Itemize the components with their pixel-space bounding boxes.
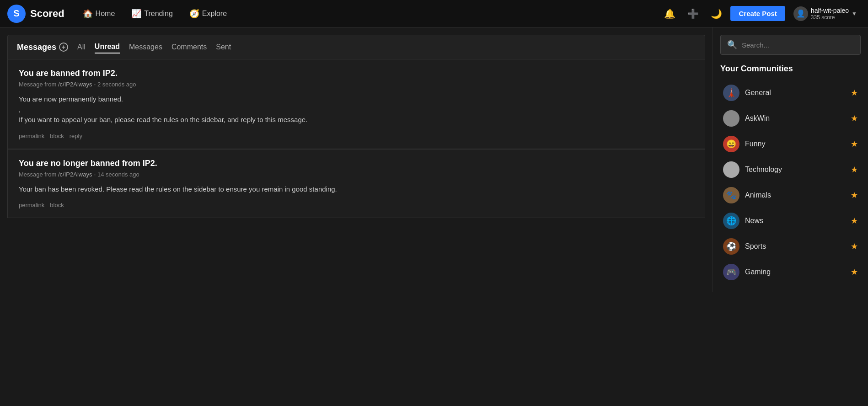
nav-home[interactable]: 🏠 Home	[75, 5, 123, 22]
communities-title: Your Communities	[720, 64, 861, 74]
main-nav: 🏠 Home 📈 Trending 🧭 Explore	[75, 5, 235, 22]
community-name-animals: Animals	[745, 191, 845, 199]
message-time: 2 seconds ago	[97, 81, 136, 88]
nav-trending-label: Trending	[144, 10, 173, 18]
search-input[interactable]	[742, 41, 854, 49]
tab-messages[interactable]: Messages	[129, 41, 162, 53]
message-from-link[interactable]: /c/IP2Always	[58, 171, 92, 178]
community-avatar-technology	[723, 161, 739, 178]
logo-link[interactable]: S Scored	[7, 5, 64, 23]
message-card: You are banned from IP2. Message from /c…	[7, 59, 705, 149]
nav-trending[interactable]: 📈 Trending	[124, 5, 180, 22]
messages-title: Messages +	[17, 43, 68, 52]
message-card: You are no longer banned from IP2. Messa…	[7, 149, 705, 219]
community-name-news: News	[745, 217, 845, 225]
messages-header: Messages + All Unread Messages Comments …	[7, 35, 705, 59]
block-link[interactable]: block	[50, 133, 64, 139]
permalink-link[interactable]: permalink	[19, 133, 44, 139]
block-link[interactable]: block	[50, 202, 64, 208]
create-post-button[interactable]: Create Post	[730, 6, 785, 21]
logo-icon: S	[7, 5, 26, 23]
community-item-animals[interactable]: 🐾 Animals ★	[720, 182, 861, 208]
community-item-general[interactable]: 🗼 General ★	[720, 80, 861, 106]
tab-unread[interactable]: Unread	[95, 41, 120, 53]
star-icon-general[interactable]: ★	[851, 88, 858, 98]
community-name-technology: Technology	[745, 166, 845, 174]
community-item-askwin[interactable]: AskWin ★	[720, 106, 861, 131]
community-avatar-news: 🌐	[723, 213, 739, 229]
message-actions: permalink block reply	[19, 133, 694, 139]
community-item-funny[interactable]: 😄 Funny ★	[720, 131, 861, 157]
message-meta: Message from /c/IP2Always - 2 seconds ag…	[19, 81, 694, 88]
message-time: 14 seconds ago	[97, 171, 139, 178]
community-item-technology[interactable]: Technology ★	[720, 157, 861, 182]
community-avatar-funny: 😄	[723, 136, 739, 152]
username: half-wit-paleo	[811, 7, 849, 14]
communities-list: 🗼 General ★ AskWin ★ 😄 Funny ★ Technolog…	[720, 80, 861, 285]
message-from-link[interactable]: /c/IP2Always	[58, 81, 92, 88]
dark-mode-button[interactable]: 🌙	[707, 5, 726, 23]
messages-area: Messages + All Unread Messages Comments …	[0, 27, 713, 292]
star-icon-askwin[interactable]: ★	[851, 113, 858, 123]
message-body: Your ban has been revoked. Please read t…	[19, 184, 694, 195]
home-icon: 🏠	[83, 9, 93, 19]
main-layout: Messages + All Unread Messages Comments …	[0, 27, 868, 292]
star-icon-sports[interactable]: ★	[851, 241, 858, 251]
user-score: 335 score	[811, 14, 849, 21]
nav-explore-label: Explore	[202, 10, 227, 18]
star-icon-animals[interactable]: ★	[851, 190, 858, 200]
star-icon-news[interactable]: ★	[851, 216, 858, 226]
star-icon-technology[interactable]: ★	[851, 165, 858, 175]
star-icon-funny[interactable]: ★	[851, 139, 858, 149]
add-button[interactable]: ➕	[684, 5, 702, 23]
message-body: You are now permanently banned. , If you…	[19, 94, 694, 125]
community-name-askwin: AskWin	[745, 114, 845, 123]
explore-icon: 🧭	[189, 9, 199, 19]
header-right: 🔔 ➕ 🌙 Create Post 👤 half-wit-paleo 335 s…	[660, 4, 861, 24]
message-actions: permalink block	[19, 202, 694, 208]
community-name-gaming: Gaming	[745, 268, 845, 276]
star-icon-gaming[interactable]: ★	[851, 267, 858, 277]
nav-home-label: Home	[96, 10, 115, 18]
community-avatar-sports: ⚽	[723, 238, 739, 255]
search-icon: 🔍	[727, 40, 737, 50]
nav-explore[interactable]: 🧭 Explore	[182, 5, 234, 22]
notifications-button[interactable]: 🔔	[660, 5, 679, 23]
community-avatar-gaming: 🎮	[723, 264, 739, 280]
community-avatar-general: 🗼	[723, 85, 739, 101]
community-name-funny: Funny	[745, 140, 845, 148]
reply-link[interactable]: reply	[70, 133, 82, 139]
message-subject: You are banned from IP2.	[19, 69, 694, 78]
tab-all[interactable]: All	[77, 41, 86, 53]
trending-icon: 📈	[131, 9, 141, 19]
search-box: 🔍	[720, 35, 861, 55]
message-meta: Message from /c/IP2Always - 14 seconds a…	[19, 171, 694, 178]
main-header: S Scored 🏠 Home 📈 Trending 🧭 Explore 🔔 ➕…	[0, 0, 868, 27]
add-message-button[interactable]: +	[59, 43, 68, 52]
community-item-news[interactable]: 🌐 News ★	[720, 208, 861, 234]
user-info: half-wit-paleo 335 score	[811, 7, 849, 21]
sidebar: 🔍 Your Communities 🗼 General ★ AskWin ★ …	[713, 27, 868, 292]
app-name: Scored	[30, 8, 64, 20]
avatar: 👤	[793, 6, 808, 21]
chevron-down-icon: ▼	[852, 11, 857, 17]
community-item-sports[interactable]: ⚽ Sports ★	[720, 234, 861, 259]
user-menu[interactable]: 👤 half-wit-paleo 335 score ▼	[790, 4, 861, 24]
tab-comments[interactable]: Comments	[171, 41, 207, 53]
community-name-general: General	[745, 89, 845, 97]
tab-sent[interactable]: Sent	[216, 41, 231, 53]
message-subject: You are no longer banned from IP2.	[19, 159, 694, 168]
community-name-sports: Sports	[745, 242, 845, 251]
community-avatar-animals: 🐾	[723, 187, 739, 203]
community-item-gaming[interactable]: 🎮 Gaming ★	[720, 259, 861, 285]
permalink-link[interactable]: permalink	[19, 202, 44, 208]
community-avatar-askwin	[723, 110, 739, 127]
